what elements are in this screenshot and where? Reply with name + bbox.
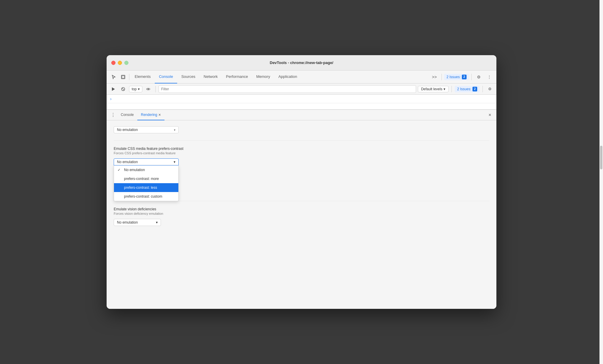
play-btn[interactable] <box>109 85 117 93</box>
toolbar-right: >> 2 Issues: 2 ⚙ ⋮ <box>430 72 494 82</box>
check-no-emulation: ✓ <box>118 168 122 172</box>
sec-settings-btn[interactable]: ⚙ <box>486 85 494 93</box>
panel-tab-rendering[interactable]: Rendering × <box>137 110 164 120</box>
tab-sources[interactable]: Sources <box>177 70 200 83</box>
nav-tabs: Elements Console Sources Network Perform… <box>131 70 430 83</box>
panel-tabs-bar: ⋮ Console Rendering × × <box>107 110 496 120</box>
more-options-btn[interactable]: ⋮ <box>485 72 494 82</box>
play-icon <box>111 87 115 91</box>
tab-application[interactable]: Application <box>274 70 302 83</box>
panel-close-btn[interactable]: × <box>486 111 494 119</box>
sec-divider-1 <box>155 86 156 92</box>
layers-icon <box>121 75 126 79</box>
tab-network[interactable]: Network <box>200 70 222 83</box>
rendering-content: No emulation ▾ Emulate CSS media feature… <box>107 120 496 309</box>
svg-line-4 <box>122 88 124 90</box>
sec-divider-2 <box>452 86 452 92</box>
secondary-toolbar: top ▾ Default levels ▾ 2 Issues: 2 ⚙ <box>107 83 496 95</box>
panel-menu-btn[interactable]: ⋮ <box>109 111 117 119</box>
layers-icon-btn[interactable] <box>118 72 128 82</box>
prompt-chevron: › <box>110 96 112 101</box>
console-prompt[interactable]: › <box>107 95 496 103</box>
tab-performance[interactable]: Performance <box>222 70 252 83</box>
panel-tab-console[interactable]: Console <box>117 110 137 120</box>
prev-dropdown-arrow: ▾ <box>174 128 175 132</box>
titlebar: DevTools - chrome://new-tab-page/ <box>107 55 496 70</box>
context-select[interactable]: top ▾ <box>129 86 142 92</box>
eye-btn[interactable] <box>144 85 152 93</box>
rendering-tab-close[interactable]: × <box>158 112 161 117</box>
console-area: › <box>107 95 496 109</box>
window-title: DevTools - chrome://new-tab-page/ <box>270 60 333 65</box>
issues-badge[interactable]: 2 Issues: 2 <box>444 74 469 80</box>
sec-issues-icon: 2 <box>472 87 477 91</box>
minimize-button[interactable] <box>118 61 122 65</box>
vision-deficiencies-section: Emulate vision deficiencies Forces visio… <box>114 207 489 226</box>
prev-dropdown-section: No emulation ▾ <box>114 126 489 133</box>
prefers-contrast-dropdown-container: No emulation ▾ ✓ No emulation prefers-co… <box>114 158 179 165</box>
levels-btn[interactable]: Default levels ▾ <box>418 86 449 92</box>
toolbar-divider-2 <box>441 74 442 80</box>
prefers-contrast-dropdown[interactable]: No emulation ▾ <box>114 158 179 165</box>
prefers-contrast-title: Emulate CSS media feature prefers-contra… <box>114 147 489 151</box>
toolbar-divider-3 <box>471 74 472 80</box>
vision-dropdown-arrow: ▾ <box>156 220 158 224</box>
devtools-window: DevTools - chrome://new-tab-page/ Elemen… <box>107 55 496 309</box>
sec-issues-badge[interactable]: 2 Issues: 2 <box>455 86 480 92</box>
toolbar-divider-1 <box>129 74 129 80</box>
block-btn[interactable] <box>119 85 127 93</box>
vision-deficiencies-dropdown[interactable]: No emulation ▾ <box>114 219 161 226</box>
tab-elements[interactable]: Elements <box>131 70 155 83</box>
settings-btn[interactable]: ⚙ <box>474 72 483 82</box>
block-icon <box>121 87 125 91</box>
cursor-icon-btn[interactable] <box>109 72 118 82</box>
prefers-contrast-menu: ✓ No emulation prefers-contrast: more pr… <box>114 165 179 201</box>
option-custom[interactable]: prefers-contrast: custom <box>114 192 178 201</box>
bottom-panel: ⋮ Console Rendering × × No emulation ▾ <box>107 109 496 309</box>
dropdown-open-arrow: ▾ <box>174 160 175 164</box>
vision-deficiencies-title: Emulate vision deficiencies <box>114 207 489 211</box>
svg-point-5 <box>148 88 149 90</box>
tab-memory[interactable]: Memory <box>252 70 274 83</box>
svg-rect-1 <box>122 76 124 78</box>
option-less[interactable]: prefers-contrast: less <box>114 183 178 192</box>
main-toolbar: Elements Console Sources Network Perform… <box>107 70 496 83</box>
prev-emulation-dropdown[interactable]: No emulation ▾ <box>114 126 179 133</box>
prefers-contrast-desc: Forces CSS prefers-contrast media featur… <box>114 151 489 155</box>
section-divider-1 <box>114 140 489 141</box>
overflow-tabs-btn[interactable]: >> <box>430 72 439 82</box>
traffic-lights <box>111 61 128 65</box>
option-more[interactable]: prefers-contrast: more <box>114 174 178 183</box>
vision-deficiencies-desc: Forces vision deficiency emulation <box>114 212 489 215</box>
option-no-emulation[interactable]: ✓ No emulation <box>114 165 178 174</box>
svg-marker-2 <box>112 87 115 91</box>
prefers-contrast-section: Emulate CSS media feature prefers-contra… <box>114 147 489 165</box>
close-button[interactable] <box>111 61 115 65</box>
cursor-icon <box>111 75 116 79</box>
eye-icon <box>146 87 150 91</box>
sec-divider-3 <box>483 86 483 92</box>
maximize-button[interactable] <box>124 61 128 65</box>
filter-input[interactable] <box>159 85 416 93</box>
issues-icon: 2 <box>462 75 467 79</box>
tab-console[interactable]: Console <box>155 70 177 83</box>
